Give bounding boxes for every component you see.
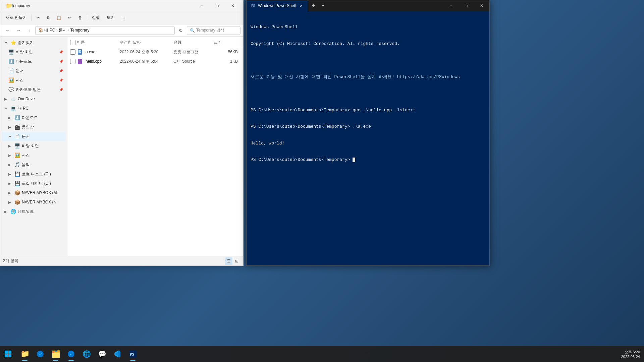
sidebar-item-mypc[interactable]: ▼ 💻 내 PC <box>2 104 66 113</box>
pin-icon-1: 📌 <box>59 50 63 54</box>
taskbar-item-edge[interactable] <box>33 347 48 361</box>
svg-text:PS: PS <box>251 4 255 7</box>
clock-time: 오후 5:20 <box>621 350 640 355</box>
explorer-minimize-button[interactable]: − <box>194 0 210 11</box>
sidebar-item-desktop-fav[interactable]: 🖥️ 바탕 화면 📌 <box>2 47 66 57</box>
copy-button[interactable]: ⧉ <box>44 12 52 23</box>
list-view-button[interactable]: ☰ <box>225 257 232 265</box>
file-item-aexe[interactable]: a.exe 2022-06-24 오후 5:20 응용 프로그램 56KB <box>67 47 243 57</box>
toolbar-sep-2 <box>87 14 87 21</box>
windows-logo-icon <box>4 350 12 358</box>
ps-tab-main[interactable]: PS Windows PowerShell ✕ <box>247 0 308 11</box>
c-drive-icon: 💾 <box>14 171 20 177</box>
taskbar-item-unknown1[interactable]: 🌐 <box>79 347 94 361</box>
more-button[interactable]: ... <box>119 12 127 23</box>
sort-button[interactable]: 정렬 <box>89 12 103 23</box>
sidebar-label-network: 네트워크 <box>18 209 34 215</box>
sidebar-item-docs-fav[interactable]: 📄 문서 📌 <box>2 66 66 75</box>
file-date-hellocpp: 2022-06-24 오후 5:04 <box>120 59 173 64</box>
new-button[interactable]: 새로 만들기 <box>3 12 30 23</box>
svg-rect-11 <box>8 351 11 354</box>
cut-button[interactable]: ✂ <box>34 12 43 23</box>
sidebar-item-favorites[interactable]: ▼ ⭐ 즐겨찾기 <box>2 38 66 47</box>
ps-tab-close-button[interactable]: ✕ <box>299 3 304 8</box>
sidebar-item-pictures[interactable]: ▶ 🖼️ 사진 <box>2 150 66 160</box>
svg-text:PS: PS <box>130 352 134 357</box>
sidebar-item-naver-n[interactable]: ▶ 📦 NAVER MYBOX (N: <box>2 197 66 207</box>
sidebar-item-network[interactable]: ▶ 🌐 네트워크 <box>2 207 66 216</box>
ps-minimize-button[interactable]: − <box>443 0 459 11</box>
file-name-hellocpp: hello.cpp <box>86 59 120 64</box>
sidebar-item-naver-m[interactable]: ▶ 📦 NAVER MYBOX (M: <box>2 188 66 197</box>
ps-maximize-button[interactable]: □ <box>459 0 474 11</box>
ps-line-2: Copyright (C) Microsoft Corporation. All… <box>251 41 485 47</box>
taskbar-item-vscode[interactable] <box>110 347 125 361</box>
expand-arrow-mypc: ▼ <box>4 107 8 110</box>
file-item-hellocpp[interactable]: hello.cpp 2022-06-24 오후 5:04 C++ Source … <box>67 57 243 66</box>
taskbar-item-explorer[interactable]: 📁 <box>17 347 32 361</box>
col-header-date[interactable]: 수정한 날짜 <box>120 40 173 45</box>
sidebar-item-downloads-fav[interactable]: ⬇️ 다운로드 📌 <box>2 57 66 66</box>
paste-button[interactable]: 📋 <box>54 12 64 23</box>
ps-content[interactable]: Windows PowerShell Copyright (C) Microso… <box>247 11 489 265</box>
col-header-name[interactable]: 이름 <box>77 40 120 45</box>
sidebar-item-d-drive[interactable]: ▶ 💾 로컬 데이터 (D:) <box>2 179 66 188</box>
expand-arrow-c: ▶ <box>8 172 12 176</box>
grid-view-button[interactable]: ⊞ <box>233 257 240 265</box>
explorer-close-button[interactable]: ✕ <box>225 0 240 11</box>
address-input[interactable]: 🏠 내 PC › 문서 › Temporary <box>35 26 175 35</box>
taskbar-item-powershell[interactable]: PS <box>125 347 140 361</box>
cut-icon: ✂ <box>37 15 40 20</box>
start-button[interactable] <box>0 346 16 362</box>
explorer-maximize-button[interactable]: □ <box>210 0 225 11</box>
select-all-checkbox[interactable] <box>70 40 75 45</box>
sidebar-label-naver-n: NAVER MYBOX (N: <box>22 200 57 204</box>
ps-chevron-button[interactable]: ▾ <box>319 0 327 11</box>
delete-button[interactable]: 🗑 <box>75 12 85 23</box>
file-size-hellocpp: 1KB <box>214 59 240 64</box>
sidebar-item-c-drive[interactable]: ▶ 💾 로컬 디스크 (C:) <box>2 169 66 179</box>
taskbar-item-explorer2[interactable]: 🗂️ <box>48 347 63 361</box>
sidebar-label-music: 음악 <box>22 162 30 168</box>
ps-tab-icon: PS <box>251 3 255 9</box>
unknown1-taskbar-icon: 🌐 <box>83 350 91 358</box>
taskbar-item-edge2[interactable] <box>64 347 78 361</box>
taskbar-clock[interactable]: 오후 5:20 2022-06-24 <box>621 350 640 359</box>
sidebar-label-photos-fav: 사진 <box>16 77 24 83</box>
sidebar-label-d-drive: 로컬 데이터 (D:) <box>22 181 51 186</box>
ps-cursor <box>353 158 355 162</box>
sidebar-item-kakao[interactable]: 💬 카카오톡 받은 📌 <box>2 85 66 94</box>
col-header-type[interactable]: 유형 <box>173 40 214 45</box>
sidebar-item-videos[interactable]: ▶ 🎬 동영상 <box>2 122 66 132</box>
view-button[interactable]: 보기 <box>104 12 117 23</box>
refresh-button[interactable]: ↻ <box>176 26 185 35</box>
docs-icon: 📄 <box>14 134 20 139</box>
sidebar-label-desktop-fav: 바탕 화면 <box>16 49 33 55</box>
sidebar-item-photos-fav[interactable]: 🖼️ 사진 📌 <box>2 75 66 85</box>
sidebar-item-downloads[interactable]: ▶ ⬇️ 다운로드 <box>2 113 66 122</box>
col-header-size[interactable]: 크기 <box>214 40 240 45</box>
ps-line-1: Windows PowerShell <box>251 24 485 31</box>
file-checkbox-hellocpp[interactable] <box>70 59 75 64</box>
ps-close-button[interactable]: ✕ <box>474 0 489 11</box>
paste-icon: 📋 <box>56 15 61 20</box>
sidebar-item-desktop[interactable]: ▶ 🖥️ 바탕 화면 <box>2 141 66 150</box>
copy-icon: ⧉ <box>47 15 50 20</box>
sidebar-item-music[interactable]: ▶ 🎵 음악 <box>2 160 66 169</box>
svg-rect-4 <box>78 59 82 64</box>
music-icon: 🎵 <box>14 162 20 167</box>
sidebar-item-documents[interactable]: ▼ 📄 문서 <box>2 132 66 141</box>
ps-new-tab-button[interactable]: + <box>308 0 319 11</box>
rename-button[interactable]: ✏ <box>65 12 74 23</box>
forward-button[interactable]: → <box>14 26 23 35</box>
back-button[interactable]: ← <box>3 26 12 35</box>
sidebar-item-onedrive[interactable]: ▶ ☁️ OneDrive <box>2 94 66 104</box>
expand-arrow-onedrive: ▶ <box>4 97 8 101</box>
taskbar-item-chat[interactable]: 💬 <box>95 347 109 361</box>
file-checkbox-aexe[interactable] <box>70 49 75 55</box>
edge2-taskbar-icon <box>67 350 75 358</box>
docs-icon-fav: 📄 <box>8 68 14 73</box>
ps-topbar: PS Windows PowerShell ✕ + ▾ − □ ✕ <box>247 0 489 11</box>
up-button[interactable]: ↑ <box>24 26 34 35</box>
search-box[interactable]: 🔍 Temporary 검색 <box>187 26 240 35</box>
